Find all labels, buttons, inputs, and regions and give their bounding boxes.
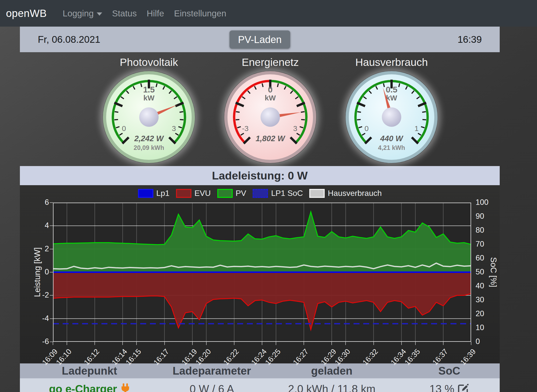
edit-icon[interactable] — [458, 383, 469, 392]
navbar: openWB LoggingStatusHilfeEinstellungen — [0, 0, 537, 27]
x-tick-mark — [192, 342, 193, 345]
nav-item-label: Einstellungen — [174, 8, 226, 18]
table-row: go e-Charger 0 W / 6 A 2,0 kWh / 11,8 km… — [20, 378, 500, 392]
x-tick-mark — [67, 342, 67, 345]
table-header-row: LadepunktLadeparametergeladenSoC — [20, 363, 500, 378]
gauge-scale-top: 0.5 — [386, 85, 398, 94]
gauge-dial-photovoltaik: 1.5kW032,242 W20,09 kWh — [103, 71, 195, 163]
plug-icon — [121, 383, 130, 392]
y-tick-label-right: 30 — [476, 295, 499, 304]
gauge-scale-max: 1 — [414, 124, 419, 132]
legend-swatch — [138, 189, 153, 198]
gauge-scale-top: 0 — [268, 85, 273, 94]
main-content: Fr, 06.08.2021 PV-Laden 16:39 Photovolta… — [20, 27, 500, 392]
x-tick-mark — [415, 342, 416, 345]
y-tick-label-right: 90 — [476, 212, 499, 221]
gauge-value: 440 W — [380, 134, 404, 143]
y-tick-mark — [50, 272, 53, 272]
nav-item-logging[interactable]: Logging — [58, 8, 107, 18]
y-tick-mark — [50, 295, 53, 296]
gauge-hub — [139, 107, 159, 127]
nav-item-label: Hilfe — [147, 8, 164, 18]
gauge-energy: 4,21 kWh — [378, 144, 405, 151]
y-tick-mark — [50, 225, 53, 226]
chart-section: Lp1 EVU PV LP1 SoC Hausverbrauch Leistun… — [20, 185, 500, 363]
legend-label: PV — [236, 189, 246, 198]
legend-swatch — [253, 189, 268, 198]
gauge-dial-hausverbrauch: 0.5kW01440 W4,21 kWh — [345, 71, 438, 163]
gauges-row: Photovoltaik 1.5kW032,242 W20,09 kWhEner… — [20, 52, 500, 166]
chargepoint-name[interactable]: go e-Charger — [49, 383, 117, 392]
gauge-scale-min: 0 — [364, 124, 369, 132]
legend-item-hausverbrauch: Hausverbrauch — [309, 189, 382, 198]
legend-item-pv: PV — [217, 189, 246, 198]
legend-label: Hausverbrauch — [328, 189, 382, 198]
nav-item-label: Logging — [63, 8, 94, 18]
gauge-energy: 20,09 kWh — [134, 144, 164, 151]
gauge-scale-unit: kW — [143, 94, 155, 102]
gauge-scale-top: 1.5 — [143, 85, 155, 94]
x-tick-mark — [206, 342, 207, 345]
legend-item-lp1-soc: LP1 SoC — [253, 189, 303, 198]
gauge-energienetz: Energienetz 0kW-331,802 W — [224, 56, 317, 166]
nav-item-status[interactable]: Status — [107, 8, 142, 18]
charge-mode-button[interactable]: PV-Laden — [229, 30, 290, 48]
y-tick-mark — [50, 249, 53, 249]
charge-power-bar: Ladeleistung: 0 W — [20, 166, 500, 185]
gauge-dial-wrap: 0.5kW01440 W4,21 kWh — [345, 71, 438, 163]
y-tick-label-left: 2 — [30, 244, 49, 253]
gauge-scale-unit: kW — [265, 94, 276, 102]
y-tick-label-left: -6 — [30, 337, 49, 346]
x-tick-mark — [234, 342, 234, 345]
chargepoint-table: LadepunktLadeparametergeladenSoC go e-Ch… — [20, 363, 500, 392]
legend-swatch — [176, 189, 191, 198]
gauge-hub — [382, 107, 401, 127]
x-tick-mark — [136, 342, 137, 345]
gauge-hausverbrauch: Hausverbrauch 0.5kW01440 W4,21 kWh — [345, 56, 438, 166]
y-tick-label-left: 6 — [30, 198, 49, 207]
table-header-ladeparameter: Ladeparameter — [159, 365, 265, 377]
nav-item-hilfe[interactable]: Hilfe — [142, 8, 169, 18]
y-tick-label-right: 10 — [476, 323, 499, 332]
x-tick-mark — [262, 342, 262, 345]
clock-label: 16:39 — [457, 34, 482, 45]
y-tick-mark — [50, 318, 53, 319]
x-tick-mark — [345, 342, 346, 345]
nav-item-label: Status — [112, 8, 137, 18]
gauge-tick — [301, 112, 305, 112]
chart-canvas — [53, 203, 471, 342]
y-tick-mark — [50, 202, 53, 203]
charge-params-cell: 0 W / 6 A — [159, 383, 265, 392]
charged-amount-cell: 2,0 kWh / 11,8 km — [265, 383, 399, 392]
legend-swatch — [309, 189, 325, 198]
x-tick-mark — [304, 342, 304, 345]
gauge-value: 1,802 W — [256, 134, 286, 143]
x-tick-mark — [443, 342, 444, 345]
gauge-title: Hausverbrauch — [355, 56, 428, 68]
x-tick-mark — [94, 342, 95, 345]
soc-value: 13 % — [429, 383, 454, 392]
gauge-scale-max: 3 — [293, 124, 297, 132]
nav-items: LoggingStatusHilfeEinstellungen — [58, 8, 231, 18]
gauge-tick — [357, 112, 361, 112]
gauge-dial-wrap: 1.5kW032,242 W20,09 kWh — [103, 71, 195, 163]
legend-label: Lp1 — [156, 189, 170, 198]
gauge-tick — [236, 112, 240, 112]
y-tick-label-left: 4 — [30, 221, 49, 230]
gauge-dial-wrap: 0kW-331,802 W — [224, 71, 316, 163]
x-tick-mark — [122, 342, 123, 345]
y-tick-label-left: -2 — [30, 291, 49, 300]
x-tick-mark — [164, 342, 165, 345]
legend-label: EVU — [194, 189, 211, 198]
gauge-scale-min: 0 — [122, 124, 126, 132]
chevron-down-icon — [97, 12, 102, 16]
chart-legend: Lp1 EVU PV LP1 SoC Hausverbrauch — [20, 189, 500, 198]
x-tick-mark — [471, 342, 471, 345]
chart-plot-area — [53, 203, 471, 342]
y-tick-label-left: -4 — [30, 314, 49, 323]
nav-item-einstellungen[interactable]: Einstellungen — [169, 8, 231, 18]
date-label: Fr, 06.08.2021 — [38, 34, 100, 45]
legend-swatch — [217, 189, 233, 198]
brand-logo[interactable]: openWB — [6, 7, 47, 19]
table-header-ladepunkt: Ladepunkt — [20, 365, 159, 377]
